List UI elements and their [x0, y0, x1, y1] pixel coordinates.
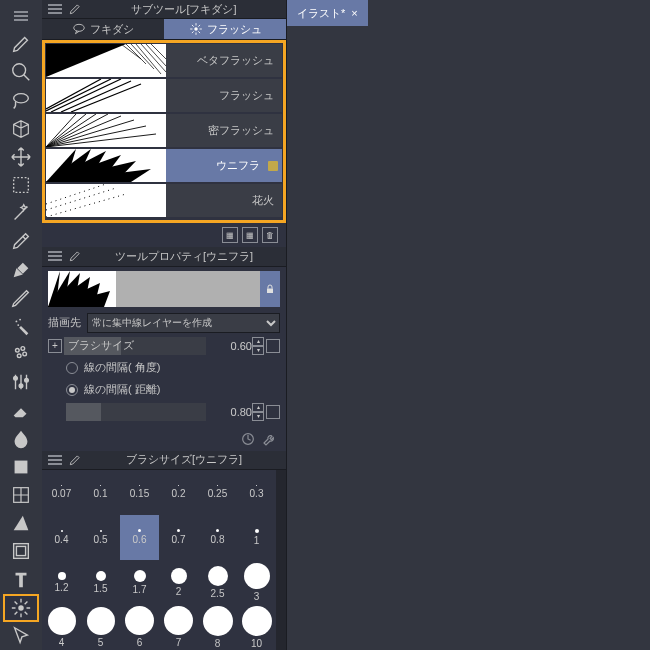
size-cell[interactable]: 0.6 [120, 515, 159, 560]
size-cell[interactable]: 10 [237, 605, 276, 650]
size-cell[interactable]: 0.1 [81, 470, 120, 515]
canvas-tab[interactable]: イラスト* × [287, 0, 368, 26]
svg-point-11 [19, 384, 23, 388]
canvas-area: イラスト* × [287, 0, 650, 650]
link-icon[interactable] [266, 405, 280, 419]
menu-icon[interactable] [48, 455, 62, 465]
tool-cube[interactable] [3, 115, 39, 143]
svg-point-10 [14, 377, 18, 381]
brush-size-slider[interactable]: ブラシサイズ [64, 337, 206, 355]
menu-icon[interactable] [48, 251, 62, 261]
list-item[interactable]: ベタフラッシュ [46, 44, 282, 77]
close-icon[interactable]: × [351, 7, 357, 19]
size-cell[interactable]: 1.2 [42, 560, 81, 605]
tool-marquee[interactable] [3, 171, 39, 199]
link-icon[interactable] [266, 339, 280, 353]
list-item[interactable]: 花火 [46, 184, 282, 217]
stepper[interactable]: ▴▾ [252, 403, 264, 421]
tool-fill[interactable] [3, 453, 39, 481]
size-cell[interactable]: 0.4 [42, 515, 81, 560]
list-item-selected[interactable]: ウニフラ [46, 149, 282, 182]
tool-pen[interactable] [3, 256, 39, 284]
subtool-tabs: フキダシ フラッシュ [42, 19, 286, 40]
interval-value: 0.80 [210, 406, 252, 418]
property-preview [48, 271, 280, 307]
tool-flash[interactable] [3, 594, 39, 622]
svg-point-4 [19, 319, 21, 321]
svg-point-7 [21, 347, 25, 351]
size-cell[interactable]: 0.15 [120, 470, 159, 515]
svg-point-9 [17, 354, 21, 358]
tool-eyedropper[interactable] [3, 227, 39, 255]
lock-button[interactable] [260, 271, 280, 307]
size-cell[interactable]: 2 [159, 560, 198, 605]
draw-dest-select[interactable]: 常に集中線レイヤーを作成 [87, 313, 280, 333]
svg-point-8 [23, 352, 27, 356]
main-toolbar [0, 0, 42, 650]
size-cell[interactable]: 6 [120, 605, 159, 650]
tool-text[interactable] [3, 565, 39, 593]
size-cell[interactable]: 5 [81, 605, 120, 650]
tool-adjust[interactable] [3, 368, 39, 396]
tab-flash[interactable]: フラッシュ [164, 19, 286, 39]
size-cell[interactable]: 1 [237, 515, 276, 560]
size-cell[interactable]: 0.25 [198, 470, 237, 515]
size-cell[interactable]: 0.3 [237, 470, 276, 515]
tab-balloon[interactable]: フキダシ [42, 19, 164, 39]
lock-icon [268, 161, 278, 171]
wrench-icon[interactable] [262, 431, 278, 447]
svg-line-47 [46, 184, 106, 204]
tool-wand[interactable] [3, 199, 39, 227]
list-item[interactable]: 密フラッシュ [46, 114, 282, 147]
balloon-icon [72, 23, 86, 35]
size-cell[interactable]: 4 [42, 605, 81, 650]
tool-eraser[interactable] [3, 396, 39, 424]
svg-rect-13 [15, 460, 28, 473]
size-cell[interactable]: 0.7 [159, 515, 198, 560]
interval-slider[interactable] [66, 403, 206, 421]
size-cell[interactable]: 0.5 [81, 515, 120, 560]
brushsize-header: ブラシサイズ[ウニフラ] [42, 451, 286, 470]
scrollbar[interactable] [276, 470, 286, 650]
tool-marker[interactable] [3, 340, 39, 368]
size-cell[interactable]: 0.07 [42, 470, 81, 515]
tool-frame[interactable] [3, 537, 39, 565]
tool-grid[interactable] [3, 481, 39, 509]
tool-lasso[interactable] [3, 87, 39, 115]
svg-line-26 [146, 44, 166, 66]
size-cell[interactable]: 2.5 [198, 560, 237, 605]
radio-interval-dist[interactable] [66, 384, 78, 396]
size-cell[interactable]: 0.8 [198, 515, 237, 560]
brushsize-title: ブラシサイズ[ウニフラ] [88, 452, 280, 467]
tool-pencil[interactable] [3, 284, 39, 312]
size-cell[interactable]: 7 [159, 605, 198, 650]
tool-brush[interactable] [3, 30, 39, 58]
menu-icon[interactable] [48, 4, 62, 14]
size-cell[interactable]: 3 [237, 560, 276, 605]
svg-point-6 [16, 349, 20, 353]
list-item[interactable]: フラッシュ [46, 79, 282, 112]
expand-button[interactable]: + [48, 339, 62, 353]
svg-point-3 [16, 320, 18, 322]
tool-blend[interactable] [3, 425, 39, 453]
radio-interval-angle[interactable] [66, 362, 78, 374]
tool-magnify[interactable] [3, 58, 39, 86]
subtool-list: ベタフラッシュ フラッシュ 密フラッシュ ウニフラ 花火 [42, 40, 286, 223]
tool-pointer[interactable] [3, 622, 39, 650]
subtool-dup-button[interactable]: ▦ [242, 227, 258, 243]
size-cell[interactable]: 1.5 [81, 560, 120, 605]
svg-line-25 [141, 44, 166, 72]
property-header: ツールプロパティ[ウニフラ] [42, 247, 286, 266]
subtool-add-button[interactable]: ▦ [222, 227, 238, 243]
stepper[interactable]: ▴▾ [252, 337, 264, 355]
subtool-delete-button[interactable]: 🗑 [262, 227, 278, 243]
size-cell[interactable]: 8 [198, 605, 237, 650]
tool-airbrush[interactable] [3, 312, 39, 340]
tool-menu[interactable] [3, 2, 39, 30]
tool-move[interactable] [3, 143, 39, 171]
size-cell[interactable]: 1.7 [120, 560, 159, 605]
tool-shape[interactable] [3, 509, 39, 537]
size-cell[interactable]: 0.2 [159, 470, 198, 515]
reset-icon[interactable] [240, 431, 256, 447]
svg-point-5 [17, 324, 19, 326]
